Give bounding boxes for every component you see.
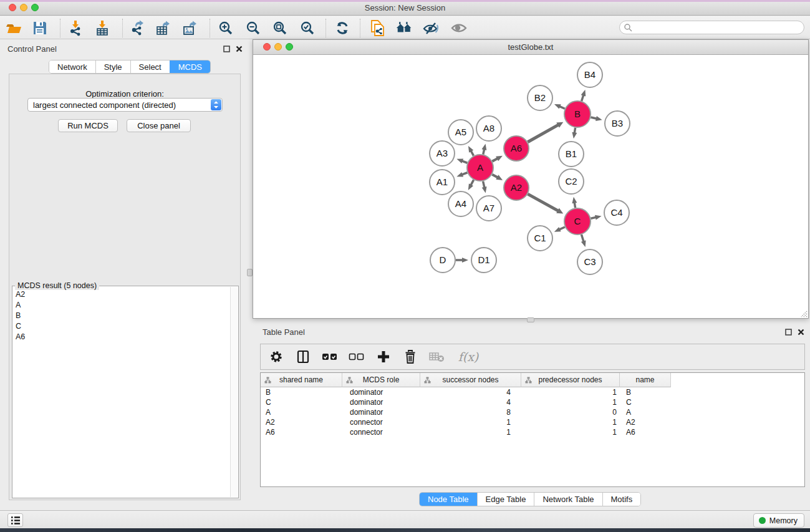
mcds-list-scrollbar[interactable] <box>230 287 238 497</box>
window-resize-grip[interactable] <box>799 309 808 317</box>
tab-style[interactable]: Style <box>95 60 130 73</box>
close-panel-button[interactable]: Close panel <box>127 119 191 132</box>
create-column-button[interactable] <box>375 349 392 365</box>
graph-node-A5[interactable]: A5 <box>448 120 473 145</box>
unselect-all-columns-button[interactable] <box>349 349 365 365</box>
table-settings-button[interactable] <box>268 349 284 365</box>
delete-column-button[interactable] <box>402 349 418 365</box>
graph-node-A6[interactable]: A6 <box>504 136 529 161</box>
table-row[interactable]: Adominator80A <box>261 408 804 418</box>
graph-edge-A-A6[interactable] <box>492 156 503 162</box>
graph-edge-C-C2[interactable] <box>572 197 577 208</box>
graph-node-C3[interactable]: C3 <box>577 249 602 274</box>
graph-edge-B-B4[interactable] <box>581 90 586 101</box>
tab-mcds[interactable]: MCDS <box>170 60 210 73</box>
graph-edge-C-C1[interactable] <box>554 227 565 232</box>
graph-edge-A2-C[interactable] <box>528 194 563 213</box>
graph-edge-B-B3[interactable] <box>591 116 602 121</box>
network-graph-canvas[interactable]: AA1A2A3A4A5A6A7A8BB1B2B3B4CC1C2C3C4DD1 <box>253 55 808 318</box>
node-table[interactable]: shared nameMCDS rolesuccessor nodesprede… <box>260 372 805 487</box>
vertical-splitter-grip[interactable] <box>247 269 253 276</box>
graph-node-C1[interactable]: C1 <box>528 226 552 251</box>
mcds-result-item[interactable]: A2 <box>13 289 230 299</box>
close-panel-icon[interactable] <box>236 46 243 52</box>
mcds-result-item[interactable]: A6 <box>13 331 230 342</box>
graph-node-C4[interactable]: C4 <box>604 200 629 225</box>
float-panel-icon[interactable] <box>223 46 230 52</box>
graph-edge-A-A4[interactable] <box>468 180 474 190</box>
memory-button[interactable]: Memory <box>753 513 804 528</box>
column-header-successor-nodes[interactable]: successor nodes <box>420 373 521 387</box>
import-table-button[interactable] <box>94 19 111 37</box>
delete-table-button[interactable] <box>429 349 445 365</box>
show-all-button[interactable] <box>450 19 468 37</box>
close-panel-icon[interactable] <box>798 329 804 336</box>
table-row[interactable]: A2connector11A2 <box>261 418 804 428</box>
graph-node-A1[interactable]: A1 <box>430 170 455 195</box>
graph-node-B[interactable]: B <box>564 101 591 127</box>
zoom-in-button[interactable] <box>217 19 234 37</box>
float-panel-icon[interactable] <box>785 329 792 336</box>
graph-edge-A6-B[interactable] <box>528 122 563 142</box>
zoom-selected-button[interactable] <box>299 19 316 37</box>
export-network-button[interactable] <box>128 19 146 37</box>
mcds-result-list[interactable]: A2ABCA6 <box>13 289 230 497</box>
select-all-columns-button[interactable] <box>322 349 338 365</box>
graph-node-A7[interactable]: A7 <box>476 196 501 221</box>
optimization-criterion-select[interactable]: largest connected component (directed) <box>27 98 223 112</box>
run-mcds-button[interactable]: Run MCDS <box>58 119 118 132</box>
graph-edge-C-C3[interactable] <box>581 235 586 247</box>
table-row[interactable]: A6connector11A6 <box>261 428 804 438</box>
search-input[interactable] <box>632 22 804 33</box>
graph-node-B3[interactable]: B3 <box>605 111 630 136</box>
graph-node-B1[interactable]: B1 <box>559 142 584 167</box>
graph-edge-D-D1[interactable] <box>456 258 468 263</box>
export-table-button[interactable] <box>155 19 172 37</box>
graph-node-D1[interactable]: D1 <box>471 248 496 273</box>
import-network-button[interactable] <box>67 19 84 37</box>
graph-edge-A-A8[interactable] <box>482 143 487 154</box>
tab-node-table[interactable]: Node Table <box>420 493 477 506</box>
table-row[interactable]: Cdominator41C <box>261 398 804 408</box>
graph-node-B4[interactable]: B4 <box>577 62 602 87</box>
graph-node-A3[interactable]: A3 <box>430 141 455 166</box>
graph-edge-A-A7[interactable] <box>482 181 487 193</box>
graph-node-A8[interactable]: A8 <box>476 116 501 141</box>
task-history-button[interactable] <box>7 513 23 527</box>
graph-edge-B-B1[interactable] <box>572 128 577 139</box>
tab-edge-table[interactable]: Edge Table <box>477 493 534 506</box>
mcds-result-item[interactable]: A <box>13 299 230 310</box>
tab-network-table[interactable]: Network Table <box>534 493 602 506</box>
save-session-button[interactable] <box>31 19 49 37</box>
graph-edge-B-B2[interactable] <box>554 104 565 109</box>
search-field[interactable] <box>619 21 804 34</box>
graph-edge-A-A5[interactable] <box>468 146 474 156</box>
column-header-MCDS-role[interactable]: MCDS role <box>342 373 420 387</box>
zoom-out-button[interactable] <box>244 19 262 37</box>
graph-node-A[interactable]: A <box>467 155 493 181</box>
tab-motifs[interactable]: Motifs <box>602 493 641 506</box>
graph-node-B2[interactable]: B2 <box>528 85 552 110</box>
graph-node-D[interactable]: D <box>430 248 455 273</box>
refresh-button[interactable] <box>334 19 351 37</box>
horizontal-splitter-grip[interactable] <box>527 317 534 322</box>
hide-selected-button[interactable] <box>422 19 440 37</box>
clone-network-button[interactable] <box>369 19 387 37</box>
graph-node-A2[interactable]: A2 <box>504 175 529 200</box>
graph-node-A4[interactable]: A4 <box>448 191 473 216</box>
tab-select[interactable]: Select <box>130 60 170 73</box>
column-header-name[interactable]: name <box>620 373 671 387</box>
mcds-result-item[interactable]: B <box>13 310 230 321</box>
open-session-button[interactable] <box>6 19 23 37</box>
first-neighbors-button[interactable] <box>395 19 413 37</box>
zoom-fit-button[interactable] <box>271 19 289 37</box>
mcds-result-item[interactable]: C <box>13 321 230 331</box>
graph-node-C[interactable]: C <box>564 208 591 235</box>
table-row[interactable]: Bdominator41B <box>261 388 804 398</box>
function-builder-button[interactable]: f(x) <box>456 349 481 365</box>
graph-edge-C-C4[interactable] <box>591 215 601 220</box>
show-columns-button[interactable] <box>295 349 311 365</box>
graph-edge-A-A1[interactable] <box>456 172 467 177</box>
column-header-predecessor-nodes[interactable]: predecessor nodes <box>521 373 620 387</box>
graph-node-C2[interactable]: C2 <box>559 169 584 194</box>
